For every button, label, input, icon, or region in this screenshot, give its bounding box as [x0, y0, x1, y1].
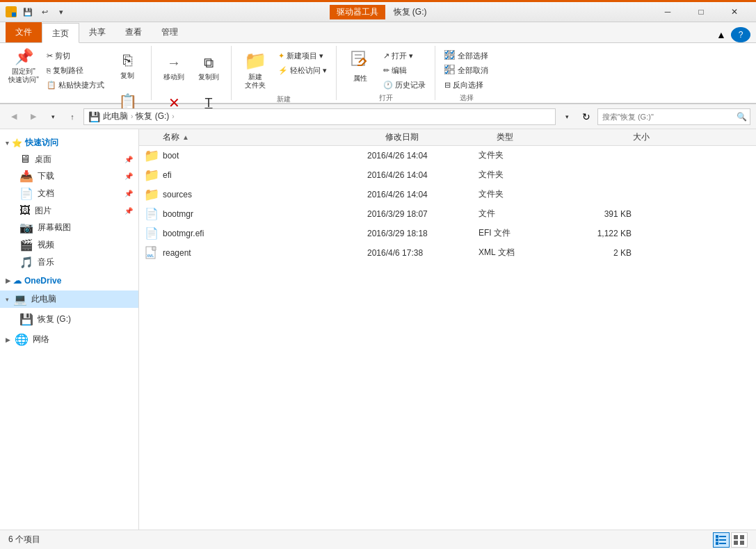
- svg-rect-26: [450, 70, 454, 74]
- copy-path-btn[interactable]: ⎘ 复制路径: [43, 63, 108, 77]
- col-header-size[interactable]: 大小: [580, 131, 650, 143]
- minimize-button[interactable]: ─: [652, 1, 684, 23]
- sidebar-item-videos[interactable]: 🎬 视频: [0, 236, 138, 254]
- pictures-label: 图片: [35, 205, 51, 217]
- paste-shortcut-icon: 📋: [47, 81, 56, 90]
- sidebar-item-thispc[interactable]: ▾ 💻 此电脑: [0, 290, 138, 308]
- file-row-bootmgr-efi[interactable]: 📄 bootmgr.efi 2016/3/29 18:18 EFI 文件 1,1…: [139, 224, 756, 243]
- tab-manage[interactable]: 管理: [152, 22, 188, 42]
- chevron-down-icon: ▾: [6, 140, 9, 147]
- properties-btn[interactable]: 属性: [342, 46, 378, 86]
- copy-to-btn[interactable]: ⧉ 复制到: [192, 49, 225, 88]
- sidebar-header-onedrive[interactable]: ▶ ☁ OneDrive: [0, 274, 138, 288]
- breadcrumb[interactable]: 💾 此电脑 › 恢复 (G:) ›: [83, 108, 556, 125]
- file-row-sources[interactable]: 📁 sources 2016/4/26 14:04 文件夹: [139, 185, 756, 204]
- svg-rect-25: [444, 70, 449, 74]
- search-btn[interactable]: 🔍: [733, 109, 750, 124]
- maximize-button[interactable]: □: [685, 1, 717, 23]
- open-btn[interactable]: ↗ 打开 ▾: [380, 49, 429, 63]
- file-row-reagent[interactable]: XML reagent 2016/4/6 17:38 XML 文档 2 KB: [139, 243, 756, 263]
- easy-access-btn[interactable]: ⚡ 轻松访问 ▾: [275, 63, 330, 77]
- sidebar-item-pictures[interactable]: 🖼 图片 📌: [0, 202, 138, 219]
- copyto-icon: ⧉: [204, 55, 214, 71]
- sidebar-item-screenshots[interactable]: 📷 屏幕截图: [0, 219, 138, 236]
- xml-icon-reagent: XML: [145, 246, 159, 260]
- col-header-type[interactable]: 类型: [497, 131, 580, 143]
- chevron-down-icon-2: ▾: [6, 296, 9, 303]
- back-btn[interactable]: ◀: [6, 108, 22, 125]
- edit-btn[interactable]: ✏ 编辑: [380, 63, 429, 77]
- svg-rect-13: [444, 56, 449, 60]
- sidebar-item-documents[interactable]: 📄 文档 📌: [0, 185, 138, 202]
- sidebar-item-music[interactable]: 🎵 音乐: [0, 254, 138, 271]
- pictures-icon: 🖼: [19, 204, 31, 217]
- svg-rect-34: [719, 539, 726, 541]
- new-item-btn[interactable]: ✦ 新建项目 ▾: [275, 49, 330, 63]
- pin-to-quickaccess-btn[interactable]: 📌 固定到"快速访问": [6, 46, 42, 86]
- file-row-bootmgr[interactable]: 📄 bootmgr 2016/3/29 18:07 文件 391 KB: [139, 204, 756, 224]
- view-details-btn[interactable]: [713, 532, 730, 548]
- ribbon-tab-context: 驱动器工具: [330, 5, 385, 19]
- qa-undo-btn[interactable]: ↩: [38, 5, 51, 19]
- forward-btn[interactable]: ▶: [25, 108, 42, 125]
- recovery-icon: 💾: [19, 313, 33, 326]
- move-to-btn[interactable]: → 移动到: [157, 49, 191, 88]
- svg-rect-32: [716, 542, 718, 545]
- pin-indicator-2: 📌: [124, 172, 133, 180]
- deselect-all-btn[interactable]: 全部取消: [441, 63, 492, 77]
- qa-dropdown-btn[interactable]: ▾: [54, 5, 68, 19]
- screenshots-label: 屏幕截图: [38, 222, 71, 233]
- refresh-btn[interactable]: ↻: [578, 108, 595, 125]
- ribbon-collapse-btn[interactable]: ▲: [711, 27, 731, 42]
- tab-file[interactable]: 文件: [6, 22, 42, 42]
- cut-icon: ✂: [47, 51, 53, 60]
- select-all-btn[interactable]: 全部选择: [441, 49, 492, 63]
- svg-rect-1: [12, 7, 16, 11]
- file-list-header: 名称 ▲ 修改日期 类型 大小: [139, 129, 756, 146]
- desktop-label: 桌面: [35, 154, 51, 165]
- copy-btn[interactable]: ⎘ 复制: [109, 46, 145, 86]
- sidebar: ▾ ⭐ 快速访问 🖥 桌面 📌 📥 下载 📌 📄 文档 📌 🖼 图: [0, 129, 139, 530]
- sidebar-item-downloads[interactable]: 📥 下载 📌: [0, 167, 138, 185]
- up-btn[interactable]: ↑: [64, 108, 81, 125]
- sidebar-item-recovery[interactable]: 💾 恢复 (G:): [0, 311, 138, 328]
- tab-share[interactable]: 共享: [79, 22, 115, 42]
- videos-icon: 🎬: [19, 238, 33, 252]
- new-item-icon: ✦: [278, 51, 284, 60]
- svg-line-18: [452, 56, 453, 59]
- new-folder-btn[interactable]: 📁 新建文件夹: [237, 46, 273, 93]
- invert-icon: ⊟: [444, 81, 451, 90]
- col-header-name[interactable]: 名称 ▲: [163, 131, 385, 143]
- tab-home[interactable]: 主页: [42, 23, 79, 43]
- col-header-date[interactable]: 修改日期: [385, 131, 497, 143]
- ribbon-group-clipboard: 📌 固定到"快速访问" ✂ 剪切 ⎘ 复制路径 📋 粘贴快捷方式: [0, 46, 152, 100]
- tab-view[interactable]: 查看: [115, 22, 152, 42]
- close-button[interactable]: ✕: [718, 1, 750, 23]
- cut-btn[interactable]: ✂ 剪切: [43, 49, 108, 63]
- address-dropdown-btn[interactable]: ▾: [558, 108, 575, 125]
- view-large-icons-btn[interactable]: [731, 532, 748, 548]
- copy-icon: ⎘: [123, 51, 132, 69]
- title-bar-left: 💾 ↩ ▾: [6, 5, 68, 19]
- sidebar-item-network[interactable]: ▶ 🌐 网络: [0, 331, 138, 348]
- invert-selection-btn[interactable]: ⊟ 反向选择: [441, 78, 492, 92]
- sidebar-item-desktop[interactable]: 🖥 桌面 📌: [0, 151, 138, 167]
- recovery-label: 恢复 (G:): [38, 313, 71, 325]
- chevron-right-icon: ▶: [6, 277, 10, 284]
- window-title: 恢复 (G:): [394, 6, 427, 18]
- help-btn[interactable]: ?: [731, 27, 750, 42]
- open-group-label: 打开: [379, 92, 393, 103]
- file-row-efi[interactable]: 📁 efi 2016/4/26 14:04 文件夹: [139, 165, 756, 185]
- paste-shortcut-btn[interactable]: 📋 粘贴快捷方式: [43, 78, 108, 92]
- search-input[interactable]: [598, 113, 733, 121]
- svg-rect-16: [450, 56, 454, 60]
- file-row-boot[interactable]: 📁 boot 2016/4/26 14:04 文件夹: [139, 146, 756, 165]
- search-bar: 🔍: [597, 108, 750, 125]
- file-type-reagent: XML 文档: [478, 247, 562, 259]
- qa-save-btn[interactable]: 💾: [21, 5, 35, 19]
- pin-icon: 📌: [15, 48, 33, 66]
- folder-icon-sources: 📁: [145, 188, 159, 202]
- history-btn[interactable]: 🕐 历史记录: [380, 78, 429, 92]
- recent-locations-btn[interactable]: ▾: [45, 108, 61, 125]
- sidebar-header-quickaccess[interactable]: ▾ ⭐ 快速访问: [0, 135, 138, 151]
